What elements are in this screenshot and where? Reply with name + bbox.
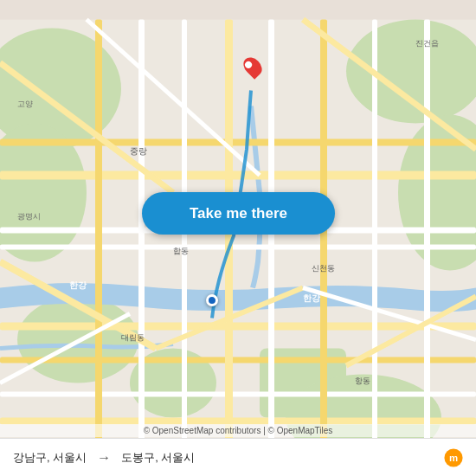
route-bar: 강남구, 서울시 → 도봉구, 서울시 m <box>0 438 476 476</box>
svg-rect-21 <box>268 20 274 457</box>
route-arrow: → <box>97 450 111 466</box>
svg-text:광명시: 광명시 <box>17 212 41 221</box>
map-svg: 고양 진건읍 광명시 중랑 합동 중랑천 신천동 한강 한강 대림동 항동 <box>0 0 476 476</box>
map-attribution: © OpenStreetMap contributors | © OpenMap… <box>0 424 476 437</box>
svg-rect-12 <box>0 245 476 250</box>
svg-rect-19 <box>182 20 187 457</box>
svg-rect-18 <box>138 20 145 457</box>
svg-rect-22 <box>320 20 327 457</box>
svg-text:m: m <box>449 452 458 462</box>
svg-text:중랑: 중랑 <box>130 146 147 156</box>
svg-text:합동: 합동 <box>173 247 189 255</box>
svg-text:한강: 한강 <box>303 293 321 303</box>
svg-text:고양: 고양 <box>17 100 33 108</box>
svg-rect-13 <box>0 323 476 331</box>
svg-rect-17 <box>95 20 102 457</box>
moovit-logo: m <box>444 448 463 467</box>
svg-text:항동: 항동 <box>355 376 370 385</box>
svg-text:한강: 한강 <box>69 280 87 290</box>
svg-text:진건읍: 진건읍 <box>415 39 439 48</box>
svg-text:신천동: 신천동 <box>312 264 335 273</box>
route-to: 도봉구, 서울시 <box>121 450 195 466</box>
svg-rect-14 <box>0 357 476 363</box>
svg-rect-9 <box>0 139 476 146</box>
svg-rect-23 <box>372 20 377 457</box>
map-container: 고양 진건읍 광명시 중랑 합동 중랑천 신천동 한강 한강 대림동 항동 Ta… <box>0 0 476 476</box>
svg-text:대림동: 대림동 <box>121 333 145 342</box>
route-from: 강남구, 서울시 <box>13 450 87 466</box>
origin-pin <box>206 294 218 306</box>
svg-rect-24 <box>424 20 430 457</box>
take-me-there-button[interactable]: Take me there <box>142 192 335 235</box>
svg-rect-15 <box>0 392 476 397</box>
svg-rect-10 <box>0 171 476 180</box>
